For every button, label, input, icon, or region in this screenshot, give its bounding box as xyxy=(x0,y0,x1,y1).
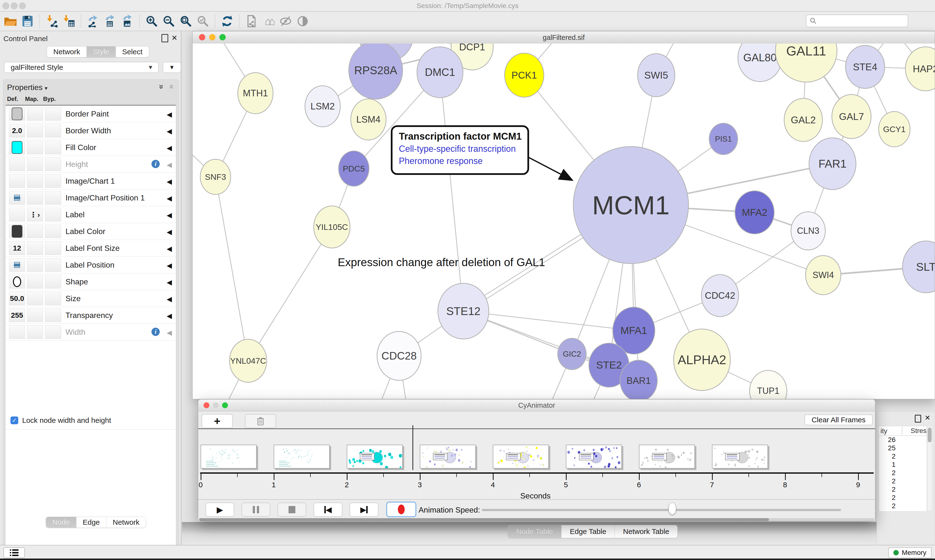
bypass-cell[interactable] xyxy=(45,124,61,137)
network-node-DMC1[interactable]: DMC1 xyxy=(417,46,463,98)
expand-row-icon[interactable]: ◀ xyxy=(167,295,172,303)
style-options-button[interactable]: ▼ xyxy=(163,62,181,73)
properties-header[interactable]: Properties ▾ xyxy=(7,83,48,92)
float-panel-icon[interactable] xyxy=(915,415,921,423)
network-node-MCM1[interactable]: MCM1 xyxy=(573,146,689,264)
network-node-MFA2[interactable]: MFA2 xyxy=(734,191,775,234)
default-cell[interactable]: 12 xyxy=(9,241,25,255)
refresh-icon[interactable] xyxy=(220,14,234,28)
mapping-cell[interactable] xyxy=(27,292,43,305)
memory-button[interactable]: Memory xyxy=(888,547,932,558)
mapping-cell[interactable] xyxy=(27,107,43,121)
network-node-BAR1[interactable]: BAR1 xyxy=(620,360,658,399)
property-row-height[interactable]: Heighti◀ xyxy=(6,156,176,173)
network-node-STE4[interactable]: STE4 xyxy=(845,45,885,89)
network-node-LSM2[interactable]: LSM2 xyxy=(305,85,341,127)
mapping-cell[interactable] xyxy=(27,308,43,322)
network-node-PDC5[interactable]: PDC5 xyxy=(338,151,369,186)
zoom-out-icon[interactable] xyxy=(162,14,176,28)
close-panel-icon[interactable]: ✕ xyxy=(171,34,177,42)
mapping-cell[interactable]: ⋮› xyxy=(27,208,43,222)
network-node-SLT2[interactable]: SLT xyxy=(902,241,935,293)
network-node-PIS1[interactable]: PIS1 xyxy=(709,123,738,155)
mapping-cell[interactable] xyxy=(27,141,43,154)
play-button[interactable]: ▶ xyxy=(205,503,234,517)
export-image-icon[interactable] xyxy=(120,14,134,28)
bypass-cell[interactable] xyxy=(45,157,61,171)
mcm1-annotation[interactable]: Transcription factor MCM1 Cell-type-spec… xyxy=(391,125,529,175)
default-cell[interactable] xyxy=(9,225,25,238)
bypass-cell[interactable] xyxy=(45,225,61,238)
table-row[interactable]: 2 xyxy=(879,486,927,494)
property-row-image-chart-1[interactable]: Image/Chart 1◀ xyxy=(6,173,176,189)
network-node-STE12[interactable]: STE12 xyxy=(438,283,489,339)
property-row-label-font-size[interactable]: 12Label Font Size◀ xyxy=(6,240,176,257)
network-node-HAP2[interactable]: HAP2 xyxy=(905,46,935,91)
table-row[interactable]: 2 xyxy=(879,494,927,502)
network-node-CDC28[interactable]: CDC28 xyxy=(376,331,421,381)
delete-frame-button[interactable] xyxy=(245,414,276,428)
tab-node-table[interactable]: Node Table xyxy=(508,525,561,538)
expand-row-icon[interactable]: ◀ xyxy=(167,262,172,269)
default-cell[interactable] xyxy=(9,191,25,205)
annotation-link[interactable]: Pheromone response xyxy=(399,156,525,166)
contrast-icon[interactable] xyxy=(296,14,310,28)
default-cell[interactable]: 50.0 xyxy=(9,292,25,305)
task-history-button[interactable] xyxy=(3,547,25,558)
mapping-cell[interactable] xyxy=(27,174,43,188)
table-row[interactable]: 26 xyxy=(879,436,927,444)
bypass-cell[interactable] xyxy=(45,141,61,154)
hide-details-icon[interactable] xyxy=(279,14,293,28)
save-icon[interactable] xyxy=(20,14,35,28)
expand-row-icon[interactable]: ◀ xyxy=(167,144,172,152)
table-row[interactable]: 2 xyxy=(879,477,927,486)
zoom-in-icon[interactable] xyxy=(145,14,159,28)
network-node-TUP1[interactable]: TUP1 xyxy=(749,370,787,399)
mapping-cell[interactable] xyxy=(27,225,43,238)
expand-row-icon[interactable]: ◀ xyxy=(167,329,172,337)
default-cell[interactable] xyxy=(9,275,25,289)
stop-button[interactable] xyxy=(278,503,306,517)
bypass-cell[interactable] xyxy=(45,258,61,272)
float-panel-icon[interactable] xyxy=(161,34,168,42)
property-row-transparency[interactable]: 255Transparency◀ xyxy=(6,307,176,324)
import-table-icon[interactable] xyxy=(62,14,76,28)
table-row[interactable]: 2 xyxy=(879,452,927,461)
expand-row-icon[interactable]: ◀ xyxy=(167,245,172,253)
bundle-icon[interactable]: ⌂⌂ xyxy=(262,14,276,28)
network-node-GIC2[interactable]: GIC2 xyxy=(557,338,586,370)
animator-timeline[interactable]: 0123456789 Seconds xyxy=(198,429,875,499)
animation-speed-slider[interactable] xyxy=(482,509,841,511)
animation-speed-handle[interactable] xyxy=(668,503,676,515)
info-icon[interactable]: i xyxy=(151,328,160,336)
expand-all-icon[interactable]: « xyxy=(167,85,177,89)
bypass-cell[interactable] xyxy=(45,325,61,339)
animator-hscrollbar[interactable] xyxy=(199,518,875,521)
network-node-YIL105C[interactable]: YIL105C xyxy=(313,206,350,248)
expand-row-icon[interactable]: ◀ xyxy=(167,161,172,169)
frame-thumbnail-1[interactable] xyxy=(274,445,330,469)
default-cell[interactable] xyxy=(9,258,25,272)
table-scrollbar[interactable] xyxy=(927,426,932,511)
tab-network[interactable]: Network xyxy=(47,46,86,57)
network-node-GAL11[interactable]: GAL11 xyxy=(775,43,837,83)
mapping-cell[interactable] xyxy=(27,191,43,205)
property-row-fill-color[interactable]: Fill Color◀ xyxy=(6,139,176,156)
bypass-cell[interactable] xyxy=(45,292,61,305)
network-node-SWI4[interactable]: SWI4 xyxy=(805,255,841,295)
style-selector[interactable]: galFiltered Style ▼ xyxy=(4,62,159,73)
default-cell[interactable] xyxy=(9,157,25,171)
property-row-image-chart-position-1[interactable]: Image/Chart Position 1◀ xyxy=(6,189,176,206)
mapping-cell[interactable] xyxy=(27,241,43,255)
expand-row-icon[interactable]: ◀ xyxy=(167,178,172,186)
import-network-icon[interactable] xyxy=(45,14,59,28)
bypass-cell[interactable] xyxy=(45,191,61,205)
collapse-all-icon[interactable]: » xyxy=(157,85,167,89)
network-node-SNF3[interactable]: SNF3 xyxy=(200,159,231,195)
property-row-border-width[interactable]: 2.0Border Width◀ xyxy=(6,122,176,139)
export-network-icon[interactable] xyxy=(86,14,100,28)
property-row-size[interactable]: 50.0Size◀ xyxy=(6,290,176,307)
network-node-PCK1[interactable]: PCK1 xyxy=(504,53,544,98)
bypass-cell[interactable] xyxy=(45,308,61,322)
frame-thumbnail-3[interactable] xyxy=(420,445,476,469)
